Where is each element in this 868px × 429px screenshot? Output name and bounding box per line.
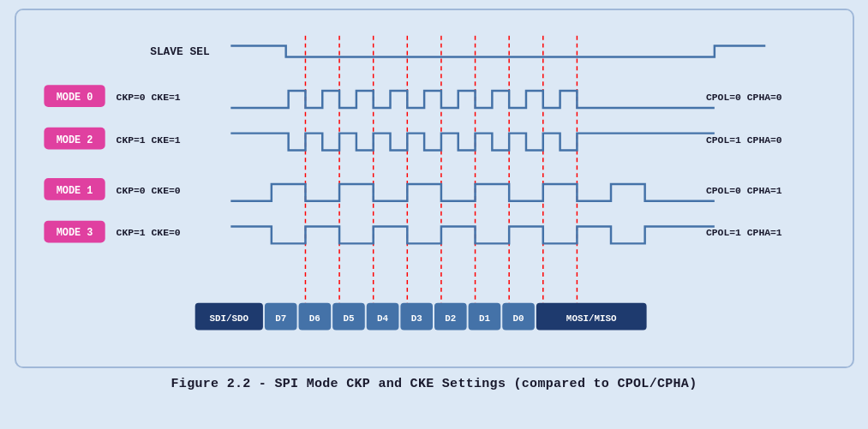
svg-text:D7: D7: [275, 313, 286, 324]
svg-text:MODE 1: MODE 1: [56, 185, 93, 197]
svg-text:CKP=1 CKE=0: CKP=1 CKE=0: [116, 228, 180, 238]
svg-text:CKP=1 CKE=1: CKP=1 CKE=1: [116, 135, 180, 146]
svg-text:MODE 0: MODE 0: [56, 92, 93, 104]
svg-text:MODE 2: MODE 2: [56, 134, 93, 146]
svg-text:CPOL=1 CPHA=0: CPOL=1 CPHA=0: [705, 135, 781, 146]
svg-text:D6: D6: [308, 313, 320, 324]
svg-text:CPOL=0 CPHA=1: CPOL=0 CPHA=1: [705, 186, 781, 196]
svg-text:CPOL=1 CPHA=1: CPOL=1 CPHA=1: [705, 228, 781, 238]
page-container: SLAVE SEL MODE 0 CKP=0 CKE=1 CPOL=0 CPHA…: [0, 0, 868, 429]
svg-text:D0: D0: [512, 313, 524, 324]
svg-text:D5: D5: [343, 313, 354, 324]
svg-text:D4: D4: [377, 313, 389, 324]
diagram-box: SLAVE SEL MODE 0 CKP=0 CKE=1 CPOL=0 CPHA…: [15, 9, 854, 368]
svg-text:SLAVE SEL: SLAVE SEL: [150, 45, 210, 58]
svg-text:MODE 3: MODE 3: [56, 227, 93, 239]
svg-text:CPOL=0 CPHA=0: CPOL=0 CPHA=0: [705, 92, 781, 103]
figure-caption: Figure 2.2 - SPI Mode CKP and CKE Settin…: [171, 377, 697, 391]
svg-text:SDI/SDO: SDI/SDO: [209, 313, 248, 324]
svg-text:MOSI/MISO: MOSI/MISO: [566, 313, 616, 324]
svg-text:CKP=0 CKE=1: CKP=0 CKE=1: [116, 92, 180, 103]
svg-text:CKP=0 CKE=0: CKP=0 CKE=0: [116, 186, 180, 196]
svg-text:D2: D2: [445, 313, 456, 324]
svg-text:D1: D1: [478, 313, 490, 324]
svg-text:D3: D3: [410, 313, 422, 324]
